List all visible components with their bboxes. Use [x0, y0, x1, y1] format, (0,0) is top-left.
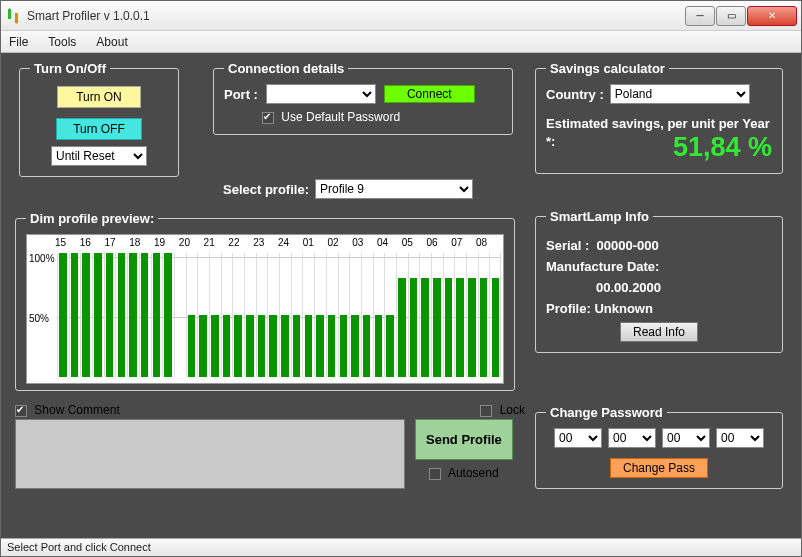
- bar: [71, 253, 79, 377]
- bar-cell: [443, 253, 454, 377]
- port-label: Port :: [224, 87, 258, 102]
- bar: [340, 315, 348, 377]
- menu-about[interactable]: About: [96, 35, 127, 49]
- dim-profile-group: Dim profile preview: 1516171819202122232…: [15, 211, 515, 391]
- change-password-group: Change Password 00 00 00 00 Change Pass: [535, 405, 783, 489]
- bar: [223, 315, 231, 377]
- x-tick: 05: [402, 237, 427, 248]
- turn-on-button[interactable]: Turn ON: [57, 86, 141, 108]
- bar-cell: [127, 253, 138, 377]
- x-tick: 20: [179, 237, 204, 248]
- bar-cell: [256, 253, 267, 377]
- menu-file[interactable]: File: [9, 35, 28, 49]
- bar-cell: [92, 253, 103, 377]
- x-tick: 22: [228, 237, 253, 248]
- y-tick-100: 100%: [29, 253, 55, 264]
- read-info-button[interactable]: Read Info: [620, 322, 698, 342]
- bar: [363, 315, 371, 377]
- use-default-password-checkbox[interactable]: [262, 112, 274, 124]
- bar-cell: [279, 253, 290, 377]
- bar-cell: [489, 253, 501, 377]
- turn-mode-select[interactable]: Until Reset: [51, 146, 147, 166]
- port-select[interactable]: [266, 84, 376, 104]
- select-profile-label: Select profile:: [223, 182, 309, 197]
- change-pass-button[interactable]: Change Pass: [610, 458, 708, 478]
- autosend-checkbox[interactable]: [429, 468, 441, 480]
- app-icon: [5, 8, 21, 24]
- turn-off-button[interactable]: Turn OFF: [56, 118, 142, 140]
- x-tick: 16: [80, 237, 105, 248]
- x-tick: 07: [451, 237, 476, 248]
- show-comment-checkbox[interactable]: [15, 405, 27, 417]
- bar: [164, 253, 172, 377]
- bar-cell: [221, 253, 232, 377]
- x-tick: 18: [129, 237, 154, 248]
- chpass-2[interactable]: 00: [608, 428, 656, 448]
- chpass-1[interactable]: 00: [554, 428, 602, 448]
- send-profile-button[interactable]: Send Profile: [415, 419, 513, 460]
- bar-cell: [186, 253, 197, 377]
- connect-button[interactable]: Connect: [384, 85, 475, 103]
- bar: [94, 253, 102, 377]
- bar: [375, 315, 383, 377]
- x-tick: 06: [426, 237, 451, 248]
- select-profile-dropdown[interactable]: Profile 9: [315, 179, 473, 199]
- bar-cell: [396, 253, 407, 377]
- bar-cell: [384, 253, 395, 377]
- x-tick: 21: [204, 237, 229, 248]
- bar-cell: [478, 253, 489, 377]
- bar: [445, 278, 453, 377]
- bar: [211, 315, 219, 377]
- menu-tools[interactable]: Tools: [48, 35, 76, 49]
- bar: [82, 253, 90, 377]
- serial-value: 00000-000: [597, 238, 659, 253]
- comment-textarea[interactable]: [15, 419, 405, 489]
- bar-cell: [104, 253, 115, 377]
- bar: [141, 253, 149, 377]
- bar-cell: [267, 253, 278, 377]
- status-bar: Select Port and click Connect: [1, 538, 801, 556]
- lampinfo-legend: SmartLamp Info: [546, 209, 653, 224]
- connection-group: Connection details Port : Connect Use De…: [213, 61, 513, 135]
- bar-cell: [419, 253, 430, 377]
- chpass-legend: Change Password: [546, 405, 667, 420]
- bar-cell: [466, 253, 477, 377]
- x-tick: 01: [303, 237, 328, 248]
- dim-profile-chart: 151617181920212223240102030405060708 100…: [26, 234, 504, 384]
- chpass-4[interactable]: 00: [716, 428, 764, 448]
- close-button[interactable]: ✕: [747, 6, 797, 26]
- bar-cell: [69, 253, 80, 377]
- minimize-button[interactable]: ─: [685, 6, 715, 26]
- bar: [281, 315, 289, 377]
- bar: [492, 278, 500, 377]
- x-tick: 03: [352, 237, 377, 248]
- bar-cell: [151, 253, 162, 377]
- bar-cell: [162, 253, 173, 377]
- bar-cell: [244, 253, 255, 377]
- maximize-button[interactable]: ▭: [716, 6, 746, 26]
- country-select[interactable]: Poland: [610, 84, 750, 104]
- lock-checkbox[interactable]: [480, 405, 492, 417]
- x-tick: 24: [278, 237, 303, 248]
- bar-cell: [408, 253, 419, 377]
- bar-cell: [431, 253, 442, 377]
- savings-legend: Savings calculator: [546, 61, 669, 76]
- bar: [199, 315, 207, 377]
- x-tick: 15: [55, 237, 80, 248]
- bar: [468, 278, 476, 377]
- x-tick: 04: [377, 237, 402, 248]
- mdate-value: 00.00.2000: [596, 280, 772, 295]
- bar-cell: [291, 253, 302, 377]
- bar: [269, 315, 277, 377]
- bar: [129, 253, 137, 377]
- bar: [410, 278, 418, 377]
- dim-legend: Dim profile preview:: [26, 211, 158, 226]
- bar: [106, 253, 114, 377]
- chpass-3[interactable]: 00: [662, 428, 710, 448]
- connection-legend: Connection details: [224, 61, 348, 76]
- bar-cell: [361, 253, 372, 377]
- window-title: Smart Profiler v 1.0.0.1: [27, 9, 685, 23]
- bar-cell: [57, 253, 68, 377]
- bar: [246, 315, 254, 377]
- bar-cell: [232, 253, 243, 377]
